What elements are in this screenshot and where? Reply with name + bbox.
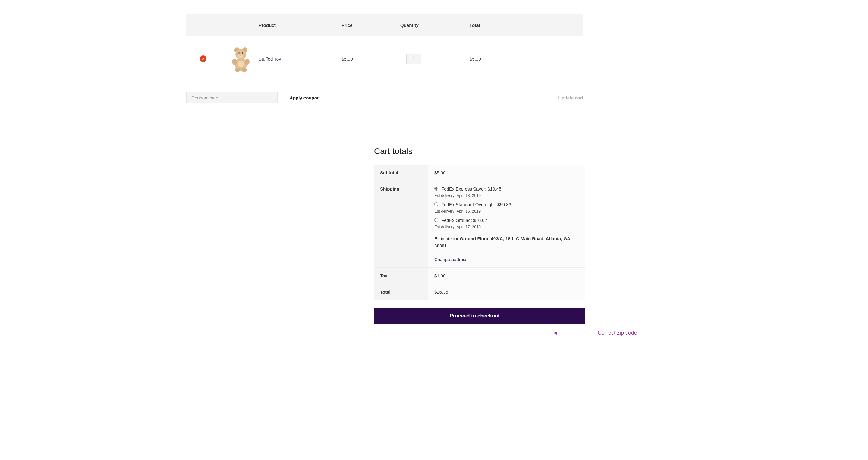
svg-point-12 — [238, 61, 244, 67]
svg-point-6 — [240, 55, 241, 56]
update-cart-button[interactable]: Update cart — [558, 95, 583, 100]
subtotal-value: $5.00 — [428, 164, 585, 181]
shipping-label: Shipping — [374, 181, 428, 268]
est-delivery: Est delivery: April 16, 2019 — [434, 209, 579, 213]
shipping-estimate: Estimate for Ground Floor, 493/A, 18th C… — [434, 235, 579, 250]
svg-point-8 — [232, 59, 237, 65]
svg-point-3 — [239, 53, 240, 54]
shipping-option-label[interactable]: FedEx Express Saver: $19.45 — [441, 186, 501, 191]
change-address-link[interactable]: Change address — [434, 257, 467, 262]
cart-totals-heading: Cart totals — [374, 147, 585, 156]
teddy-bear-icon — [230, 45, 251, 72]
remove-item-button[interactable] — [200, 56, 207, 62]
svg-point-4 — [242, 53, 243, 54]
arrow-right-icon: → — [504, 313, 510, 319]
annotation-text: Correct zip code — [598, 330, 637, 336]
est-delivery: Est delivery: April 17, 2019 — [434, 224, 579, 229]
header-product: Product — [258, 14, 341, 36]
header-total: Total — [470, 14, 583, 36]
est-delivery: Est delivery: April 18, 2019 — [434, 193, 579, 198]
header-price: Price — [341, 14, 400, 36]
checkout-label: Proceed to checkout — [450, 313, 500, 319]
total-label: Total — [374, 284, 428, 300]
apply-coupon-button[interactable]: Apply coupon — [290, 95, 320, 100]
header-quantity: Quantity — [400, 14, 470, 36]
shipping-options: FedEx Express Saver: $19.45 Est delivery… — [434, 186, 579, 229]
item-line-total: $5.00 — [470, 36, 583, 82]
svg-point-11 — [241, 68, 247, 72]
shipping-option-standard-overnight[interactable] — [434, 202, 438, 206]
subtotal-label: Subtotal — [374, 164, 428, 181]
cart-row: Stuffed Toy $5.00 $5.00 — [186, 36, 583, 82]
shipping-option-label[interactable]: FedEx Standard Overnight: $59.33 — [441, 202, 511, 207]
product-thumbnail[interactable] — [230, 45, 252, 72]
coupon-code-input[interactable] — [186, 92, 278, 103]
tax-value: $1.90 — [428, 268, 585, 284]
shipping-option-express-saver[interactable] — [434, 187, 438, 190]
svg-point-9 — [245, 59, 250, 65]
tax-label: Tax — [374, 268, 428, 284]
item-price: $5.00 — [341, 36, 400, 82]
annotation: Correct zip code — [554, 330, 637, 336]
svg-point-10 — [235, 68, 240, 72]
total-value: $26.35 — [428, 284, 585, 300]
cart-table: Product Price Quantity Total — [186, 14, 583, 113]
annotation-arrow-icon — [554, 333, 595, 333]
cart-totals-table: Subtotal $5.00 Shipping FedEx Express Sa… — [374, 164, 585, 300]
proceed-to-checkout-button[interactable]: Proceed to checkout → — [374, 308, 585, 324]
shipping-option-ground[interactable] — [434, 218, 438, 222]
shipping-option-label[interactable]: FedEx Ground: $10.02 — [441, 218, 487, 223]
product-name-link[interactable]: Stuffed Toy — [258, 56, 281, 61]
quantity-input[interactable] — [406, 54, 421, 64]
estimate-prefix: Estimate for — [434, 236, 460, 241]
